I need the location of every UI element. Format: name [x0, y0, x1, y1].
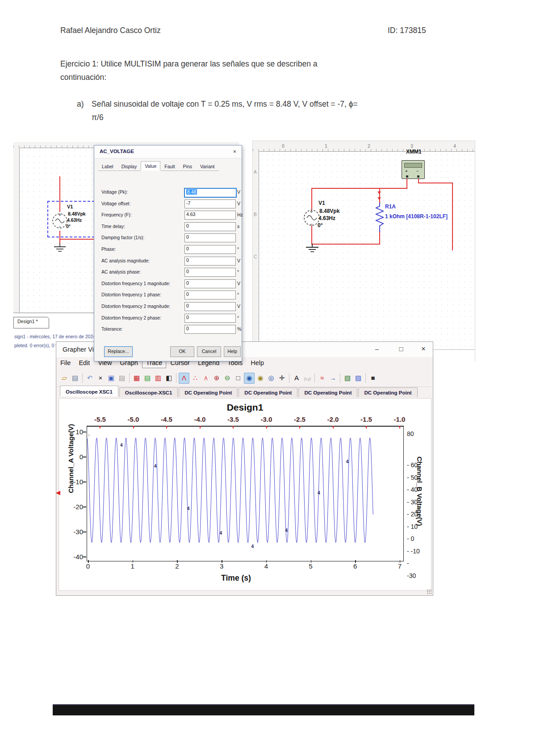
dialog-tab-fault[interactable]: Fault	[160, 162, 179, 171]
dialog-tab-value[interactable]: Value	[141, 161, 160, 170]
ground-symbol[interactable]	[305, 244, 319, 253]
dialog-titlebar[interactable]: AC_VOLTAGE ×	[94, 145, 242, 158]
field-value: 0	[186, 280, 189, 286]
help-button[interactable]: Help	[224, 346, 241, 357]
maximize-icon[interactable]: □	[395, 345, 407, 353]
left-tick-mark	[83, 457, 86, 457]
dialog-tab-variant[interactable]: Variant	[196, 162, 219, 171]
zoom-x-icon[interactable]: ◉	[244, 373, 255, 384]
xy-label-icon[interactable]: (x,y)	[302, 374, 312, 384]
x-tick-label: 1	[126, 562, 139, 570]
wire[interactable]	[452, 183, 453, 250]
top-tick-label: -5.0	[122, 415, 145, 423]
paste-icon[interactable]: ▤	[117, 373, 127, 383]
word-export-icon[interactable]: ▨	[353, 373, 363, 383]
schematic-canvas[interactable]	[259, 151, 475, 349]
zoom-fit-icon[interactable]: ◎	[266, 373, 276, 383]
field-unit: V	[237, 303, 240, 309]
grapher-tab-4[interactable]: DC Operating Point	[298, 387, 357, 397]
resize-grip[interactable]	[427, 589, 432, 594]
field-input[interactable]: 0	[184, 279, 236, 288]
grapher-tab-3[interactable]: DC Operating Point	[239, 387, 297, 397]
copy-icon[interactable]: ▣	[106, 373, 116, 383]
zoom-out-icon[interactable]: ⊖	[222, 373, 232, 383]
text-icon[interactable]: A	[292, 373, 302, 383]
cancel-button[interactable]: Cancel	[197, 346, 221, 357]
undo-icon[interactable]: ↶	[85, 373, 95, 383]
dialog-tab-label[interactable]: Label	[98, 162, 117, 171]
wire[interactable]	[379, 188, 380, 204]
design-sheet-tab[interactable]: Design1 *	[13, 317, 49, 328]
show-grid-icon[interactable]: ▦	[132, 373, 142, 383]
menu-edit[interactable]: Edit	[75, 357, 94, 368]
menu-help[interactable]: Help	[247, 357, 268, 368]
field-input[interactable]: 0	[184, 222, 236, 231]
field-unit: V	[237, 281, 240, 286]
ok-button[interactable]: OK	[170, 346, 194, 357]
replace-button[interactable]: Replace...	[104, 346, 133, 357]
cut-icon[interactable]: ×	[96, 373, 105, 383]
field-unit: V	[237, 189, 240, 195]
wire[interactable]	[379, 231, 380, 245]
zoom-y-icon[interactable]: ◉	[255, 373, 265, 383]
field-input[interactable]: -7	[184, 199, 236, 208]
waveform-plot[interactable]	[87, 426, 403, 560]
field-input[interactable]: 0	[184, 302, 236, 311]
x-tick-mark	[133, 560, 134, 563]
grapher-tab-5[interactable]: DC Operating Point	[358, 387, 417, 397]
overlay-traces-icon[interactable]: ≈	[317, 373, 327, 383]
wire[interactable]	[418, 183, 452, 183]
show-legend-icon[interactable]: ▤	[142, 373, 152, 383]
ground-symbol[interactable]	[53, 243, 67, 253]
field-input[interactable]: 0	[184, 268, 236, 277]
field-value: 0	[186, 326, 189, 331]
right-tick-label: - -10	[407, 548, 429, 555]
wire[interactable]	[311, 244, 380, 245]
print-icon[interactable]: ▤	[70, 373, 80, 383]
excel-export-icon[interactable]: ▧	[343, 373, 352, 383]
field-input[interactable]: 0	[184, 325, 236, 334]
zoom-area-icon[interactable]: □	[233, 373, 243, 383]
menu-file[interactable]: File	[56, 357, 75, 368]
field-label: Voltage (Pk):	[101, 190, 128, 195]
pan-icon[interactable]: ✚	[277, 373, 287, 383]
multimeter-ref-label: XMM1	[406, 149, 422, 155]
multimeter-symbol[interactable]: + −	[402, 160, 425, 179]
field-input[interactable]: 0	[184, 233, 236, 242]
zoom-in-icon[interactable]: ⊕	[212, 373, 222, 383]
field-input[interactable]: 4.63	[184, 211, 236, 220]
field-input[interactable]: 0	[184, 257, 236, 266]
dialog-tab-pins[interactable]: Pins	[179, 162, 196, 171]
trace-dots-icon[interactable]: ∴	[190, 373, 200, 383]
close-icon[interactable]: ×	[418, 345, 429, 353]
minimize-icon[interactable]: –	[371, 345, 383, 353]
export-icon[interactable]: →	[328, 373, 338, 383]
right-tick-label: -	[407, 560, 429, 567]
grapher-tab-2[interactable]: DC Operating Point	[179, 387, 238, 397]
field-input[interactable]: 0	[184, 291, 236, 299]
field-input[interactable]: 0	[184, 314, 236, 323]
trace-line-icon[interactable]: ∧	[201, 373, 211, 383]
graph-page-icon[interactable]: ◧	[164, 373, 174, 383]
x-tick-label: 5	[304, 562, 318, 570]
field-input[interactable]: 0	[184, 245, 236, 254]
source-ref-label: V1	[67, 204, 73, 210]
open-icon[interactable]: ▱	[59, 373, 69, 383]
wire[interactable]	[311, 188, 380, 189]
close-icon[interactable]: ×	[233, 148, 236, 155]
show-cursors-icon[interactable]: ▥	[153, 373, 163, 383]
wire[interactable]	[406, 178, 407, 189]
grapher-tab-1[interactable]: Oscilloscope-XSC1	[119, 387, 178, 397]
trace-peak-icon[interactable]: Λ	[179, 373, 189, 384]
field-value: 0	[186, 269, 189, 274]
wire[interactable]	[380, 188, 407, 189]
stop-icon[interactable]: ■	[368, 373, 378, 383]
top-tick-mark	[166, 426, 167, 428]
dialog-tab-display[interactable]: Display	[117, 162, 141, 171]
field-input[interactable]: 8.48	[184, 188, 237, 198]
wire-arrow-icon	[377, 191, 381, 194]
resistor-symbol[interactable]	[375, 203, 385, 232]
wire[interactable]	[311, 225, 312, 245]
source-vpk-label: 8.48Vpk	[68, 212, 86, 216]
grapher-tab-0[interactable]: Oscilloscope XSC1	[60, 386, 118, 396]
